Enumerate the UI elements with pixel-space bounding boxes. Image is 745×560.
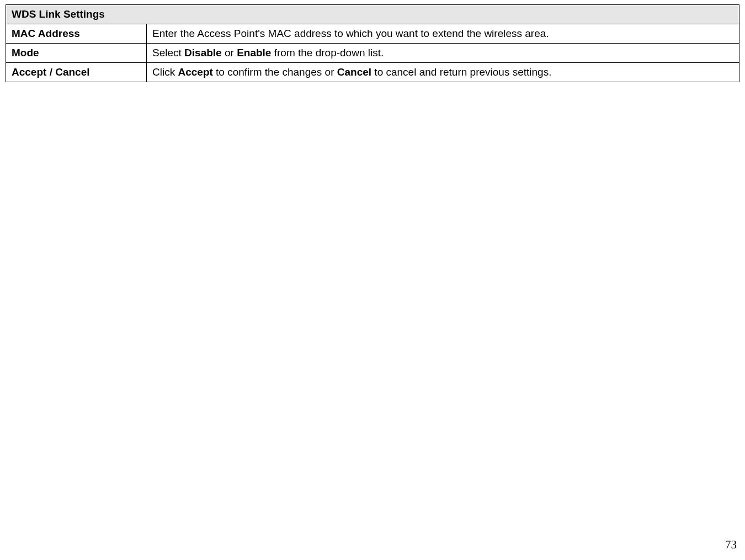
table-row: Accept / Cancel Click Accept to confirm … bbox=[6, 63, 739, 82]
text-span: Click bbox=[152, 66, 178, 78]
row-label-mode: Mode bbox=[6, 44, 147, 63]
row-label-mac-address: MAC Address bbox=[6, 24, 147, 44]
text-span: to confirm the changes or bbox=[213, 66, 337, 78]
table-header: WDS Link Settings bbox=[6, 5, 739, 24]
table-body: MAC Address Enter the Access Point's MAC… bbox=[6, 24, 739, 82]
row-desc-accept-cancel: Click Accept to confirm the changes or C… bbox=[147, 63, 739, 82]
text-span: to cancel and return previous settings. bbox=[371, 66, 551, 78]
bold-text-span: Accept bbox=[178, 66, 212, 78]
table-row: MAC Address Enter the Access Point's MAC… bbox=[6, 24, 739, 44]
wds-link-settings-table: WDS Link Settings MAC Address Enter the … bbox=[6, 4, 739, 82]
row-desc-mac-address: Enter the Access Point's MAC address to … bbox=[147, 24, 739, 44]
bold-text-span: Enable bbox=[237, 47, 271, 58]
table-header-row: WDS Link Settings bbox=[6, 5, 739, 24]
row-desc-mode: Select Disable or Enable from the drop-d… bbox=[147, 44, 739, 63]
bold-text-span: Disable bbox=[184, 47, 222, 58]
text-span: Select bbox=[152, 47, 184, 58]
text-span: or bbox=[222, 47, 237, 58]
row-label-accept-cancel: Accept / Cancel bbox=[6, 63, 147, 82]
table-row: Mode Select Disable or Enable from the d… bbox=[6, 44, 739, 63]
bold-text-span: Cancel bbox=[337, 66, 371, 78]
text-span: from the drop-down list. bbox=[271, 47, 384, 58]
page-number: 73 bbox=[725, 538, 737, 552]
text-span: Enter the Access Point's MAC address to … bbox=[152, 28, 549, 39]
